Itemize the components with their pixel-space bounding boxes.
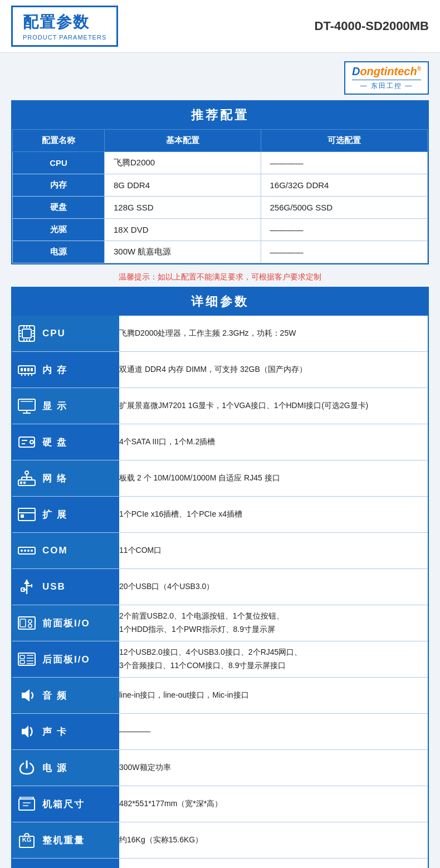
- detail-label-cell: 硬 盘: [12, 424, 119, 460]
- detail-value: 双通道 DDR4 内存 DIMM，可支持 32GB（国产内存）: [119, 352, 428, 388]
- com-icon: [17, 541, 37, 561]
- svg-marker-65: [22, 725, 28, 738]
- logo-container: Dongtintech® — 东田工控 —: [11, 61, 429, 95]
- detail-label-cell: 音 频: [12, 678, 119, 714]
- detail-row: 音 频 line-in接口，line-out接口，Mic-in接口: [12, 678, 428, 714]
- detail-label-cell: 机箱尺寸: [12, 786, 119, 822]
- svg-point-45: [27, 550, 30, 552]
- recommend-row: 硬盘 128G SSD 256G/500G SSD: [13, 197, 428, 219]
- harddisk-icon: [17, 432, 37, 452]
- svg-rect-54: [20, 619, 26, 627]
- page-title-en: PRODUCT PARAMETERS: [23, 34, 106, 41]
- recommend-optional: ————: [261, 219, 427, 241]
- svg-rect-23: [18, 399, 35, 410]
- svg-rect-16: [24, 368, 26, 371]
- recommend-optional: ————: [261, 241, 427, 263]
- recommend-label: 内存: [13, 174, 105, 197]
- detail-row: 后面板I/O 12个USB2.0接口、4个USB3.0接口、2个RJ45网口、3…: [12, 641, 428, 678]
- svg-point-46: [31, 550, 33, 552]
- logo-rest: ongtintech®: [360, 65, 421, 77]
- rearpanel-icon: [17, 649, 37, 669]
- detail-value: 飞腾D2000处理器，工作主频 2.3GHz，功耗：25W: [119, 316, 428, 352]
- recommend-basic: 飞腾D2000: [105, 152, 261, 174]
- recommend-optional: 16G/32G DDR4: [261, 174, 427, 197]
- detail-row: 硬 盘 4个SATA III口，1个M.2插槽: [12, 424, 428, 460]
- recommend-basic: 18X DVD: [105, 219, 261, 241]
- col-basic: 基本配置: [105, 130, 261, 152]
- recommend-section: 推荐配置 配置名称 基本配置 可选配置 CPU 飞腾D2000 ———— 内存 …: [11, 100, 429, 264]
- recommend-label: CPU: [13, 152, 105, 174]
- detail-value: 300W额定功率: [119, 750, 428, 786]
- detail-row: 电 源 300W额定功率: [12, 750, 428, 786]
- chassis-icon: [17, 794, 37, 814]
- detail-label-text: 音 频: [42, 689, 67, 702]
- detail-row: 网 络 板载 2 个 10M/100M/1000M 自适应 RJ45 接口: [12, 460, 428, 497]
- logo-brand: Dongtintech®: [352, 65, 421, 78]
- expand-icon: [17, 504, 37, 524]
- detail-label-text: 电 源: [42, 762, 67, 774]
- detail-label-text: 内 存: [42, 364, 67, 376]
- detail-label-cell: 声 卡: [12, 714, 119, 750]
- detail-value: 约16Kg（实称15.6KG）: [119, 822, 428, 859]
- detail-row: COM 11个COM口: [12, 533, 428, 569]
- detail-value: 11个COM口: [119, 533, 428, 569]
- svg-rect-18: [31, 368, 33, 371]
- recommend-basic: 128G SSD: [105, 197, 261, 219]
- warm-tip: 温馨提示：如以上配置不能满足要求，可根据客户要求定制: [11, 272, 429, 282]
- logo-subtext: — 东田工控 —: [352, 80, 421, 91]
- detail-value: line-in接口，line-out接口，Mic-in接口: [119, 678, 428, 714]
- detail-label-text: 硬 盘: [42, 436, 67, 449]
- recommend-table: 配置名称 基本配置 可选配置 CPU 飞腾D2000 ———— 内存 8G DD…: [12, 129, 428, 263]
- soundcard-icon: [17, 722, 37, 742]
- detail-section: 详细参数 CPU 飞腾D2000处理器，工作主频 2.3GHz，功耗：25W 内…: [11, 287, 429, 868]
- recommend-basic: 8G DDR4: [105, 174, 261, 197]
- detail-label-cell: 显 示: [12, 388, 119, 424]
- recommend-basic: 300W 航嘉电源: [105, 241, 261, 263]
- detail-label-text: 声 卡: [42, 725, 67, 738]
- detail-title: 详细参数: [12, 288, 428, 316]
- svg-rect-66: [19, 799, 35, 810]
- detail-value: 4个SATA III口，1个M.2插槽: [119, 424, 428, 460]
- svg-rect-32: [20, 482, 22, 484]
- detail-label-cell: KG 整机重量: [12, 822, 119, 859]
- audio-icon: [17, 685, 37, 705]
- svg-rect-15: [21, 368, 23, 371]
- recommend-optional: ————: [261, 152, 427, 174]
- detail-label-text: 扩 展: [42, 508, 67, 521]
- detail-label-cell: 电 源: [12, 750, 119, 786]
- svg-point-56: [28, 624, 32, 627]
- detail-label-cell: 前面板I/O: [12, 605, 119, 641]
- detail-row: 内 存 双通道 DDR4 内存 DIMM，可支持 32GB（国产内存）: [12, 352, 428, 388]
- svg-rect-33: [23, 482, 26, 484]
- detail-label-text: 显 示: [42, 400, 67, 413]
- page-header: 配置参数 PRODUCT PARAMETERS DT-4000-SD2000MB: [0, 0, 440, 53]
- svg-marker-48: [24, 580, 30, 584]
- svg-point-44: [24, 550, 26, 552]
- detail-value: 20个USB口（4个USB3.0）: [119, 569, 428, 605]
- display-icon: [17, 396, 37, 416]
- logo-d: D: [352, 65, 360, 77]
- col-name: 配置名称: [13, 130, 105, 152]
- detail-label-text: 整机重量: [42, 834, 85, 847]
- weight-icon: KG: [17, 830, 37, 850]
- detail-label-text: CPU: [42, 328, 66, 339]
- svg-point-38: [25, 471, 28, 474]
- svg-rect-0: [19, 326, 35, 341]
- svg-rect-27: [19, 437, 35, 447]
- col-optional: 可选配置: [261, 130, 427, 152]
- cpu-icon: [17, 323, 37, 344]
- detail-label-cell: 扩 展: [12, 497, 119, 533]
- detail-row: 扩 展 1个PCIe x16插槽、1个PCIe x4插槽: [12, 497, 428, 533]
- svg-rect-58: [20, 655, 25, 659]
- recommend-title: 推荐配置: [12, 101, 428, 129]
- svg-marker-64: [22, 689, 30, 702]
- frontpanel-icon: [17, 613, 37, 633]
- detail-row: 机箱尺寸 482*551*177mm（宽*深*高）: [12, 786, 428, 822]
- network-icon: [17, 468, 37, 488]
- detail-value: ————: [119, 714, 428, 750]
- svg-point-43: [21, 550, 23, 552]
- page-title-zh: 配置参数: [23, 12, 106, 33]
- svg-text:KG: KG: [22, 836, 32, 843]
- detail-row: 系统支持 银河麒麟V10、统信UOS 20: [12, 859, 428, 869]
- detail-label-text: 后面板I/O: [42, 653, 90, 666]
